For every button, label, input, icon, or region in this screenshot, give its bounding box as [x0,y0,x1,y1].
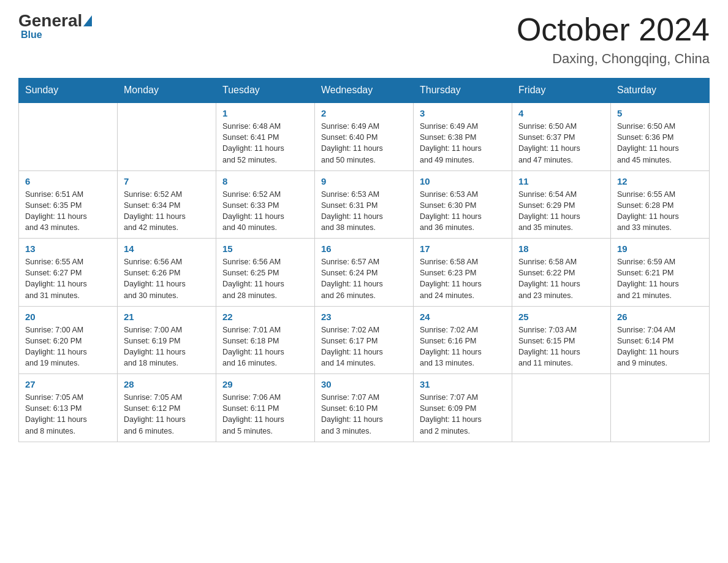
day-info: Sunrise: 7:01 AMSunset: 6:18 PMDaylight:… [222,324,308,369]
day-number: 2 [321,108,407,118]
calendar-week-row: 6Sunrise: 6:51 AMSunset: 6:35 PMDaylight… [19,170,710,239]
day-info: Sunrise: 6:55 AMSunset: 6:27 PMDaylight:… [25,256,111,301]
calendar-day-cell: 13Sunrise: 6:55 AMSunset: 6:27 PMDayligh… [19,239,118,307]
calendar-day-cell: 30Sunrise: 7:07 AMSunset: 6:10 PMDayligh… [315,374,414,442]
day-info: Sunrise: 7:04 AMSunset: 6:14 PMDaylight:… [617,324,703,369]
header-saturday: Saturday [611,79,710,103]
day-number: 20 [25,312,111,322]
day-number: 4 [518,108,604,118]
calendar-day-cell: 24Sunrise: 7:02 AMSunset: 6:16 PMDayligh… [414,306,512,374]
calendar-day-cell: 8Sunrise: 6:52 AMSunset: 6:33 PMDaylight… [216,170,315,239]
day-number: 10 [420,176,506,186]
calendar-day-cell: 14Sunrise: 6:56 AMSunset: 6:26 PMDayligh… [118,239,216,307]
day-info: Sunrise: 6:54 AMSunset: 6:29 PMDaylight:… [518,189,604,234]
header-tuesday: Tuesday [216,79,315,103]
header-wednesday: Wednesday [315,79,414,103]
calendar-day-cell: 26Sunrise: 7:04 AMSunset: 6:14 PMDayligh… [611,306,710,374]
calendar-day-cell: 1Sunrise: 6:48 AMSunset: 6:41 PMDaylight… [216,102,315,170]
calendar-day-cell: 19Sunrise: 6:59 AMSunset: 6:21 PMDayligh… [611,239,710,307]
calendar-day-cell: 21Sunrise: 7:00 AMSunset: 6:19 PMDayligh… [118,306,216,374]
day-number: 8 [222,176,308,186]
day-info: Sunrise: 6:53 AMSunset: 6:30 PMDaylight:… [420,189,506,234]
calendar-day-cell: 3Sunrise: 6:49 AMSunset: 6:38 PMDaylight… [414,102,512,170]
calendar-day-cell: 25Sunrise: 7:03 AMSunset: 6:15 PMDayligh… [512,306,611,374]
day-number: 29 [222,379,308,389]
day-number: 16 [321,243,407,254]
calendar-day-cell: 9Sunrise: 6:53 AMSunset: 6:31 PMDaylight… [315,170,414,239]
day-number: 6 [25,176,111,186]
day-number: 24 [420,312,506,322]
day-info: Sunrise: 7:02 AMSunset: 6:17 PMDaylight:… [321,324,407,369]
day-info: Sunrise: 6:56 AMSunset: 6:26 PMDaylight:… [124,256,210,301]
calendar-day-cell: 17Sunrise: 6:58 AMSunset: 6:23 PMDayligh… [414,239,512,307]
day-number: 9 [321,176,407,186]
day-number: 17 [420,243,506,254]
calendar-day-cell: 7Sunrise: 6:52 AMSunset: 6:34 PMDaylight… [118,170,216,239]
calendar-day-cell: 6Sunrise: 6:51 AMSunset: 6:35 PMDaylight… [19,170,118,239]
day-number: 3 [420,108,506,118]
day-number: 12 [617,176,703,186]
day-info: Sunrise: 7:05 AMSunset: 6:12 PMDaylight:… [124,392,210,437]
logo-triangle-icon [83,15,92,26]
day-info: Sunrise: 6:48 AMSunset: 6:41 PMDaylight:… [222,121,308,166]
header: General Blue October 2024 Daxing, Chongq… [18,12,710,67]
header-friday: Friday [512,79,611,103]
day-number: 14 [124,243,210,254]
day-number: 26 [617,312,703,322]
day-number: 18 [518,243,604,254]
header-monday: Monday [118,79,216,103]
day-info: Sunrise: 6:58 AMSunset: 6:23 PMDaylight:… [420,256,506,301]
day-info: Sunrise: 7:07 AMSunset: 6:09 PMDaylight:… [420,392,506,437]
day-number: 28 [124,379,210,389]
day-info: Sunrise: 6:52 AMSunset: 6:33 PMDaylight:… [222,189,308,234]
calendar-day-cell: 10Sunrise: 6:53 AMSunset: 6:30 PMDayligh… [414,170,512,239]
day-info: Sunrise: 6:58 AMSunset: 6:22 PMDaylight:… [518,256,604,301]
day-number: 5 [617,108,703,118]
day-info: Sunrise: 7:07 AMSunset: 6:10 PMDaylight:… [321,392,407,437]
day-number: 11 [518,176,604,186]
logo-blue-text: Blue [21,29,42,40]
day-info: Sunrise: 7:05 AMSunset: 6:13 PMDaylight:… [25,392,111,437]
day-info: Sunrise: 6:49 AMSunset: 6:38 PMDaylight:… [420,121,506,166]
calendar-day-cell: 16Sunrise: 6:57 AMSunset: 6:24 PMDayligh… [315,239,414,307]
calendar-day-cell: 29Sunrise: 7:06 AMSunset: 6:11 PMDayligh… [216,374,315,442]
day-info: Sunrise: 6:59 AMSunset: 6:21 PMDaylight:… [617,256,703,301]
day-info: Sunrise: 7:00 AMSunset: 6:20 PMDaylight:… [25,324,111,369]
calendar-day-cell: 15Sunrise: 6:56 AMSunset: 6:25 PMDayligh… [216,239,315,307]
logo: General Blue [18,12,93,40]
day-info: Sunrise: 7:00 AMSunset: 6:19 PMDaylight:… [124,324,210,369]
day-number: 19 [617,243,703,254]
calendar-day-cell: 11Sunrise: 6:54 AMSunset: 6:29 PMDayligh… [512,170,611,239]
calendar-week-row: 1Sunrise: 6:48 AMSunset: 6:41 PMDaylight… [19,102,710,170]
day-number: 15 [222,243,308,254]
day-number: 25 [518,312,604,322]
day-info: Sunrise: 6:53 AMSunset: 6:31 PMDaylight:… [321,189,407,234]
calendar-day-cell: 28Sunrise: 7:05 AMSunset: 6:12 PMDayligh… [118,374,216,442]
day-info: Sunrise: 6:56 AMSunset: 6:25 PMDaylight:… [222,256,308,301]
calendar-week-row: 13Sunrise: 6:55 AMSunset: 6:27 PMDayligh… [19,239,710,307]
day-info: Sunrise: 7:02 AMSunset: 6:16 PMDaylight:… [420,324,506,369]
days-header-row: Sunday Monday Tuesday Wednesday Thursday… [19,79,710,103]
calendar-day-cell: 18Sunrise: 6:58 AMSunset: 6:22 PMDayligh… [512,239,611,307]
day-info: Sunrise: 7:03 AMSunset: 6:15 PMDaylight:… [518,324,604,369]
day-number: 22 [222,312,308,322]
day-info: Sunrise: 6:51 AMSunset: 6:35 PMDaylight:… [25,189,111,234]
calendar-day-cell [611,374,710,442]
day-info: Sunrise: 6:50 AMSunset: 6:37 PMDaylight:… [518,121,604,166]
calendar-day-cell: 27Sunrise: 7:05 AMSunset: 6:13 PMDayligh… [19,374,118,442]
day-number: 1 [222,108,308,118]
calendar-table: Sunday Monday Tuesday Wednesday Thursday… [18,78,710,442]
day-number: 23 [321,312,407,322]
day-info: Sunrise: 7:06 AMSunset: 6:11 PMDaylight:… [222,392,308,437]
title-area: October 2024 Daxing, Chongqing, China [517,12,710,67]
day-number: 30 [321,379,407,389]
day-number: 31 [420,379,506,389]
calendar-day-cell: 5Sunrise: 6:50 AMSunset: 6:36 PMDaylight… [611,102,710,170]
day-info: Sunrise: 6:49 AMSunset: 6:40 PMDaylight:… [321,121,407,166]
day-number: 21 [124,312,210,322]
day-info: Sunrise: 6:52 AMSunset: 6:34 PMDaylight:… [124,189,210,234]
day-number: 13 [25,243,111,254]
calendar-day-cell: 12Sunrise: 6:55 AMSunset: 6:28 PMDayligh… [611,170,710,239]
day-info: Sunrise: 6:55 AMSunset: 6:28 PMDaylight:… [617,189,703,234]
header-sunday: Sunday [19,79,118,103]
